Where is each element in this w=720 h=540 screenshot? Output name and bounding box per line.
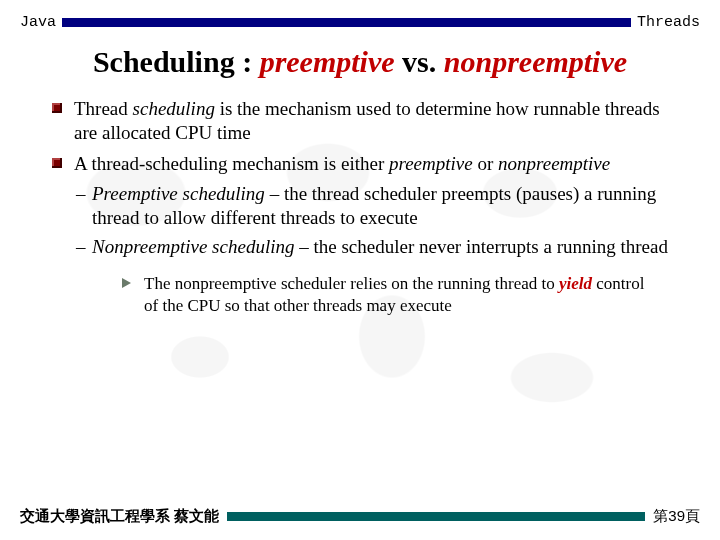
- footer-left-label: 交通大學資訊工程學系 蔡文能: [20, 507, 219, 526]
- title-prefix: Scheduling :: [93, 45, 260, 78]
- header: Java Threads: [0, 0, 720, 31]
- title-mid: vs.: [395, 45, 444, 78]
- footer: 交通大學資訊工程學系 蔡文能 第39頁: [0, 507, 720, 526]
- title-em1: preemptive: [260, 45, 395, 78]
- sub-bullet-1-text: Preemptive scheduling – the thread sched…: [92, 183, 656, 228]
- dash-icon: –: [76, 182, 86, 206]
- footer-bar: [227, 512, 645, 521]
- header-bar: [62, 18, 631, 27]
- footer-right-label: 第39頁: [653, 507, 700, 526]
- content-area: Thread scheduling is the mechanism used …: [0, 97, 720, 316]
- bullet-2: A thread-scheduling mechanism is either …: [74, 152, 668, 176]
- tri-bullet: The nonpreemptive scheduler relies on th…: [144, 273, 668, 317]
- header-left-label: Java: [20, 14, 56, 31]
- dash-icon: –: [76, 235, 86, 259]
- bullet-1: Thread scheduling is the mechanism used …: [74, 97, 668, 146]
- slide-title: Scheduling : preemptive vs. nonpreemptiv…: [20, 45, 700, 79]
- sub-bullet-2-text: Nonpreemptive scheduling – the scheduler…: [92, 236, 668, 257]
- sub-bullet-1: –Preemptive scheduling – the thread sche…: [92, 182, 668, 231]
- header-right-label: Threads: [637, 14, 700, 31]
- title-em2: nonpreemptive: [444, 45, 627, 78]
- sub-bullet-2: –Nonpreemptive scheduling – the schedule…: [92, 235, 668, 259]
